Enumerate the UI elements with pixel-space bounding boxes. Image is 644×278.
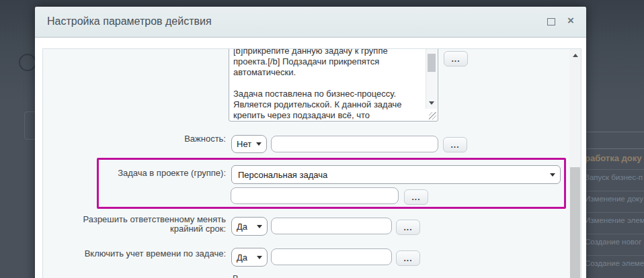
project-task-select-value: Персональная задача (238, 170, 327, 180)
maximize-button[interactable] (546, 16, 557, 27)
background-list-item: Изменение доку (585, 195, 643, 203)
importance-input[interactable] (271, 136, 438, 152)
allow-deadline-change-label: Разрешить ответственному менять крайний … (71, 215, 226, 234)
next-row-fragment: В (233, 273, 239, 278)
close-icon: × (567, 14, 574, 27)
project-task-label: Задача в проекте (группе): (43, 168, 226, 178)
chevron-down-icon (257, 225, 262, 228)
divider (583, 191, 644, 191)
arrow-down-icon (429, 101, 434, 105)
chevron-down-icon (550, 173, 555, 177)
chevron-down-icon (256, 142, 261, 146)
time-tracking-select[interactable]: Да (231, 248, 268, 267)
allow-deadline-change-input[interactable] (271, 218, 392, 234)
textarea-scrollbar-thumb[interactable] (428, 54, 436, 72)
allow-deadline-change-more-button[interactable]: ... (396, 220, 420, 235)
time-tracking-input[interactable] (271, 248, 392, 265)
maximize-icon (547, 18, 555, 26)
close-button[interactable]: × (565, 14, 577, 28)
dialog-scrollbar-thumb[interactable] (570, 167, 580, 278)
divider (583, 234, 644, 234)
divider (583, 132, 644, 132)
arrow-up-icon (573, 54, 578, 57)
importance-more-button[interactable]: ... (443, 137, 467, 152)
background-list-item: Запуск бизнес-п (585, 173, 643, 181)
background-search-icon (19, 54, 36, 71)
form-scroll-panel: [b]прикрепите данную задачу к группе про… (42, 48, 581, 278)
resize-grip-icon[interactable] (429, 112, 436, 120)
action-settings-dialog: Настройка параметров действия × [b]прикр… (35, 7, 586, 278)
time-tracking-label: Включить учет времени по задаче: (43, 248, 226, 259)
background-list-item: Создание новог (585, 238, 641, 246)
chevron-down-icon (257, 256, 262, 259)
dialog-title: Настройка параметров действия (47, 15, 212, 28)
background-list-item: работка доку (585, 153, 641, 163)
description-text: [b]прикрепите данную задачу к группе про… (230, 48, 425, 120)
importance-label: Важность: (43, 134, 226, 144)
project-task-input[interactable] (231, 187, 399, 204)
background-list-item: Изменение элем (585, 216, 644, 224)
divider (583, 148, 644, 149)
textarea-scroll-down-button[interactable] (426, 97, 437, 109)
dialog-header: Настройка параметров действия × (35, 7, 586, 38)
allow-deadline-change-select[interactable]: Да (231, 217, 268, 236)
divider (583, 169, 644, 170)
project-task-select[interactable]: Персональная задача (231, 165, 561, 184)
divider (583, 255, 644, 256)
screen: работка доку Запуск бизнес-п Изменение д… (0, 0, 644, 278)
allow-deadline-change-select-value: Да (237, 222, 247, 232)
time-tracking-more-button[interactable]: ... (396, 250, 420, 266)
dialog-scrollbar[interactable] (569, 49, 581, 278)
project-task-more-button[interactable]: ... (404, 189, 428, 205)
divider (583, 212, 644, 213)
background-action-list: работка доку Запуск бизнес-п Изменение д… (583, 0, 644, 278)
background-list-item: Создание элеме (585, 259, 644, 267)
description-more-button[interactable]: ... (444, 51, 468, 66)
textarea-scrollbar[interactable] (426, 48, 437, 109)
scroll-up-button[interactable] (569, 50, 581, 60)
importance-select-value: Нет (237, 139, 251, 149)
description-textarea[interactable]: [b]прикрепите данную задачу к группе про… (229, 48, 438, 122)
importance-select[interactable]: Нет (231, 135, 267, 153)
time-tracking-select-value: Да (237, 252, 247, 263)
